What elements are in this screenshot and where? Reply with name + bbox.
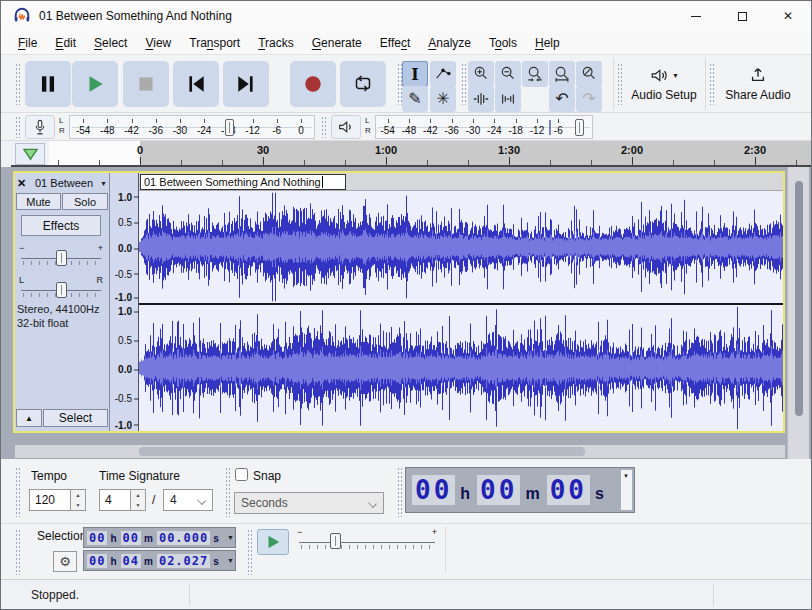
menu-tracks[interactable]: Tracks (249, 33, 303, 53)
record-gain-slider-handle[interactable] (225, 119, 234, 136)
time-digits[interactable]: 04 (121, 554, 141, 568)
time-digits[interactable]: 00 (121, 531, 141, 545)
time-digits[interactable]: 00 (87, 554, 107, 568)
pause-button[interactable] (25, 61, 71, 107)
zoom-toggle-button[interactable] (576, 61, 602, 87)
spinner-up-icon[interactable]: ▲ (131, 490, 145, 500)
time-digits[interactable]: 00 (477, 475, 520, 505)
share-audio-button[interactable]: Share Audio (715, 59, 801, 109)
pan-slider-handle[interactable] (56, 282, 67, 298)
clip-name-input[interactable]: 01 Between Something And Nothing (140, 174, 346, 190)
snap-mode-select[interactable]: Seconds (234, 492, 384, 514)
skip-to-end-button[interactable] (223, 61, 269, 107)
selection-end-display[interactable]: 00h04m02.027s▼ (83, 550, 236, 571)
pan-slider[interactable]: L R (19, 275, 103, 301)
clip-header[interactable]: 01 Between Something And Nothing (139, 173, 783, 191)
time-signature-spinner[interactable]: ▲ ▼ (131, 489, 146, 511)
time-toolbar-grip[interactable] (397, 467, 403, 517)
zoom-selection-button[interactable] (522, 61, 548, 87)
time-format-dropdown[interactable]: ▼ (621, 470, 632, 510)
playback-volume-slider-handle[interactable] (575, 119, 584, 136)
audio-position-display[interactable]: 00h00m00s▼ (405, 467, 635, 513)
spinner-up-icon[interactable]: ▲ (71, 490, 85, 500)
record-meter-grip[interactable] (15, 116, 21, 138)
play-at-speed-button[interactable] (257, 529, 289, 555)
playback-speed-slider[interactable]: − + (297, 527, 437, 553)
vertical-scrollbar[interactable] (787, 167, 809, 459)
time-digits[interactable]: 00.000 (157, 531, 210, 545)
record-button[interactable] (290, 61, 336, 107)
selection-tool-button[interactable]: I (402, 61, 428, 87)
menu-view[interactable]: View (136, 33, 180, 53)
record-meter[interactable]: -54-48-42-36-30-24-18-12-60 (69, 115, 315, 139)
stop-button[interactable] (123, 61, 169, 107)
spinner-down-icon[interactable]: ▼ (71, 500, 85, 510)
time-signature-lower-select[interactable]: 4 (163, 489, 213, 511)
menu-edit[interactable]: Edit (46, 33, 85, 53)
time-group[interactable]: 00h (86, 554, 120, 568)
solo-button[interactable]: Solo (62, 193, 108, 210)
time-group[interactable]: 04m (120, 554, 156, 568)
time-digits[interactable]: 02.027 (157, 554, 210, 568)
zoom-out-button[interactable] (495, 61, 521, 87)
playback-meter[interactable]: -54-48-42-36-30-24-18-12-6 (375, 115, 593, 139)
playback-meter-grip[interactable] (321, 116, 327, 138)
menu-help[interactable]: Help (526, 33, 569, 53)
collapse-track-button[interactable]: ▲ (16, 409, 42, 427)
time-group[interactable]: 02.027s (156, 554, 222, 568)
redo-button[interactable]: ↷ (576, 86, 602, 112)
menu-generate[interactable]: Generate (303, 33, 371, 53)
timeline-options-button[interactable] (15, 143, 45, 165)
menu-select[interactable]: Select (85, 33, 136, 53)
loop-button[interactable] (340, 61, 386, 107)
zoom-in-button[interactable] (468, 61, 494, 87)
time-group[interactable]: 00h (410, 475, 475, 505)
menu-tools[interactable]: Tools (480, 33, 526, 53)
menu-effect[interactable]: Effect (371, 33, 419, 53)
effects-button[interactable]: Effects (21, 215, 101, 236)
play-button[interactable] (72, 61, 118, 107)
waveform-channel-right[interactable] (139, 305, 783, 431)
tempo-spinner[interactable]: ▲ ▼ (71, 489, 86, 511)
time-digits[interactable]: 00 (547, 475, 590, 505)
time-group[interactable]: 00m (120, 531, 156, 545)
horizontal-scrollbar-thumb[interactable] (139, 447, 585, 456)
time-group[interactable]: 00h (86, 531, 120, 545)
audio-setup-button[interactable]: ▼ Audio Setup (623, 59, 705, 109)
select-track-button[interactable]: Select (43, 409, 108, 427)
gain-slider[interactable]: − + (19, 243, 103, 269)
time-group[interactable]: 00.000s (156, 531, 222, 545)
waveform-channel-left[interactable] (139, 191, 783, 303)
playback-meter-speaker-button[interactable] (331, 115, 361, 139)
mute-button[interactable]: Mute (16, 193, 61, 210)
undo-button[interactable]: ↶ (549, 86, 575, 112)
minimize-button[interactable] (673, 1, 719, 31)
selection-start-display[interactable]: 00h00m00.000s▼ (83, 527, 236, 548)
menu-analyze[interactable]: Analyze (419, 33, 480, 53)
gain-slider-handle[interactable] (56, 250, 67, 266)
selection-options-button[interactable]: ⚙ (53, 551, 77, 572)
selection-toolbar-grip[interactable] (15, 529, 21, 575)
play-at-speed-toolbar-grip[interactable] (247, 529, 253, 575)
time-group[interactable]: 00s (545, 475, 609, 505)
time-signature-toolbar-grip[interactable] (15, 467, 21, 517)
track-menu-button[interactable]: 01 Between ▼ (35, 176, 107, 190)
transport-toolbar-grip[interactable] (15, 63, 21, 105)
trim-audio-button[interactable] (468, 86, 494, 112)
menu-transport[interactable]: Transport (180, 33, 249, 53)
multi-tool-button[interactable]: ✳ (430, 86, 456, 112)
spinner-down-icon[interactable]: ▼ (131, 500, 145, 510)
time-digits[interactable]: 00 (412, 475, 455, 505)
close-button[interactable]: ✕ (765, 1, 811, 31)
time-digits[interactable]: 00 (87, 531, 107, 545)
close-track-button[interactable]: ✕ (17, 176, 33, 190)
vertical-scrollbar-thumb[interactable] (795, 181, 803, 416)
fit-project-button[interactable] (549, 61, 575, 87)
silence-audio-button[interactable] (495, 86, 521, 112)
snap-checkbox[interactable] (235, 468, 248, 481)
envelope-tool-button[interactable] (430, 61, 456, 87)
timeline-ruler[interactable]: 0301:001:302:002:30 (49, 141, 811, 165)
time-signature-upper-input[interactable] (99, 489, 131, 511)
horizontal-scrollbar[interactable] (15, 445, 785, 458)
edit-toolbar-grip[interactable] (461, 63, 467, 105)
